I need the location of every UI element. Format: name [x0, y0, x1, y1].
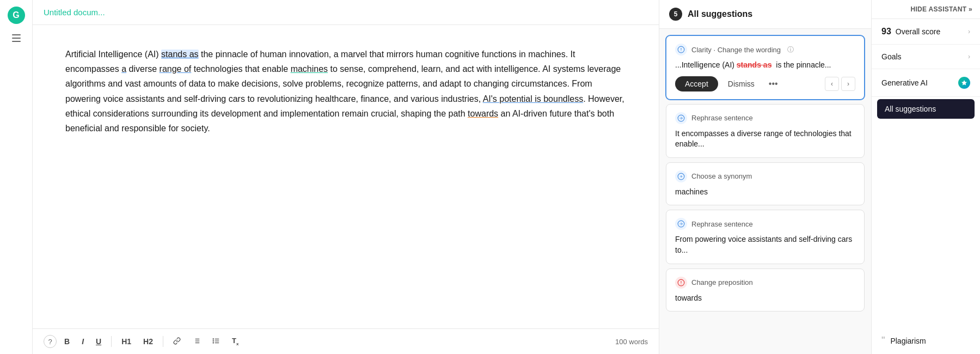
suggestion-card-header-2: Rephrase sentence: [675, 112, 855, 124]
editor-toolbar: ? B I U H1 H2 Tx 100 words: [33, 328, 659, 354]
editor-content[interactable]: Artificial Intelligence (AI) stands as t…: [33, 25, 659, 328]
generative-ai-label: Generative AI: [881, 78, 928, 87]
overall-score-item[interactable]: 93 Overall score ›: [872, 19, 980, 45]
preposition-icon: [675, 277, 687, 289]
prev-suggestion-button[interactable]: ‹: [825, 77, 839, 91]
dismiss-button[interactable]: Dismiss: [722, 76, 760, 91]
chevron-right-icon: ›: [968, 28, 970, 35]
info-icon: ⓘ: [787, 45, 794, 54]
editor-paragraph: Artificial Intelligence (AI) stands as t…: [65, 47, 626, 136]
suggestion-preview-4: From powering voice assistants and self-…: [675, 234, 855, 255]
suggestion-card-clarity[interactable]: Clarity · Change the wording ⓘ ...Intell…: [666, 35, 865, 100]
italic-button[interactable]: I: [77, 335, 88, 348]
nav-arrows: ‹ ›: [825, 77, 855, 91]
suggestion-type-label: Clarity · Change the wording: [691, 46, 781, 54]
plagiarism-icon: ": [881, 335, 885, 346]
underlined-potential: AI's potential is boundless: [483, 94, 584, 103]
hide-assistant-button[interactable]: HIDE ASSISTANT »: [872, 0, 980, 19]
synonym-icon: [675, 170, 687, 182]
overall-score-label: Overall score: [896, 27, 940, 36]
grammarly-logo-icon[interactable]: G: [8, 7, 25, 24]
suggestions-header: 5 All suggestions: [659, 0, 871, 29]
suggestion-card-rephrase-2[interactable]: Rephrase sentence From powering voice as…: [666, 210, 865, 264]
score-row: 93 Overall score: [881, 27, 940, 36]
all-suggestions-button[interactable]: All suggestions: [877, 99, 975, 119]
suggestion-type-label-4: Rephrase sentence: [691, 220, 753, 228]
underlined-machines: machines: [291, 64, 328, 74]
next-suggestion-button[interactable]: ›: [841, 77, 855, 91]
menu-button[interactable]: [8, 29, 25, 47]
h2-button[interactable]: H2: [139, 335, 157, 348]
h1-button[interactable]: H1: [117, 335, 136, 348]
suggestion-preview-3: machines: [675, 187, 855, 198]
left-sidebar: G: [0, 0, 33, 354]
editor-area: Untitled docum... Artificial Intelligenc…: [33, 0, 659, 354]
goals-chevron-icon: ›: [968, 53, 970, 60]
word-count: 100 words: [615, 338, 648, 346]
underline-button[interactable]: U: [91, 335, 106, 348]
ordered-list-button[interactable]: [188, 335, 205, 349]
suggestion-card-header-5: Change preposition: [675, 277, 855, 289]
underlined-phrase-range: range of: [160, 64, 192, 74]
rephrase-icon-2: [675, 218, 687, 230]
more-options-button[interactable]: •••: [764, 77, 782, 91]
goals-nav-item[interactable]: Goals ›: [872, 45, 980, 69]
suggestion-preview-5: towards: [675, 293, 855, 304]
suggestion-card-preposition[interactable]: Change preposition towards: [666, 268, 865, 312]
plagiarism-label: Plagiarism: [890, 337, 926, 345]
hamburger-line: [12, 41, 21, 42]
suggestion-type-label-5: Change preposition: [691, 278, 753, 286]
suggestion-card-synonym[interactable]: Choose a synonym machines: [666, 162, 865, 206]
bold-button[interactable]: B: [60, 335, 74, 348]
suggestion-preview-text: ...Intelligence (AI) stands as is the pi…: [675, 60, 855, 71]
underlined-towards: towards: [468, 109, 498, 118]
suggestions-panel: 5 All suggestions Clarity · Change the w…: [659, 0, 871, 354]
suggestion-card-header-3: Choose a synonym: [675, 170, 855, 182]
document-title[interactable]: Untitled docum...: [44, 8, 105, 17]
suggestions-list: Clarity · Change the wording ⓘ ...Intell…: [659, 29, 871, 354]
unordered-list-button[interactable]: [208, 335, 224, 349]
suggestion-type-label-3: Choose a synonym: [691, 172, 752, 180]
underlined-phrase-a: a: [121, 64, 126, 74]
rephrase-icon-1: [675, 112, 687, 124]
suggestions-panel-title: All suggestions: [688, 9, 752, 19]
toolbar-divider: [111, 336, 112, 347]
svg-point-11: [213, 343, 213, 343]
svg-point-10: [213, 340, 213, 341]
help-button[interactable]: ?: [44, 335, 57, 348]
clear-format-button[interactable]: Tx: [228, 334, 243, 349]
plagiarism-nav-item[interactable]: " Plagiarism: [872, 327, 980, 354]
all-suggestions-label: All suggestions: [885, 105, 936, 113]
suggestion-preview-2: It encompasses a diverse range of techno…: [675, 129, 855, 150]
suggestion-card-header: Clarity · Change the wording ⓘ: [675, 44, 855, 56]
score-number: 93: [881, 27, 891, 36]
highlighted-phrase: stands as: [161, 50, 198, 59]
svg-point-9: [213, 339, 213, 339]
old-text: stands as: [737, 60, 772, 69]
right-sidebar: HIDE ASSISTANT » 93 Overall score › Goal…: [871, 0, 980, 354]
editor-header: Untitled docum...: [33, 0, 659, 25]
suggestion-type-label-2: Rephrase sentence: [691, 114, 753, 122]
goals-label: Goals: [881, 52, 902, 61]
clarity-icon: [675, 44, 687, 56]
hamburger-line: [12, 34, 21, 35]
generative-ai-badge-icon: [958, 77, 970, 89]
hamburger-line: [12, 38, 21, 39]
suggestion-actions: Accept Dismiss ••• ‹ ›: [675, 76, 855, 91]
suggestion-card-header-4: Rephrase sentence: [675, 218, 855, 230]
toolbar-divider-2: [163, 336, 163, 347]
generative-ai-nav-item[interactable]: Generative AI: [872, 69, 980, 97]
accept-button[interactable]: Accept: [675, 76, 718, 91]
link-button[interactable]: [169, 335, 185, 349]
suggestions-count-badge: 5: [669, 8, 682, 21]
suggestion-card-rephrase-1[interactable]: Rephrase sentence It encompasses a diver…: [666, 104, 865, 158]
